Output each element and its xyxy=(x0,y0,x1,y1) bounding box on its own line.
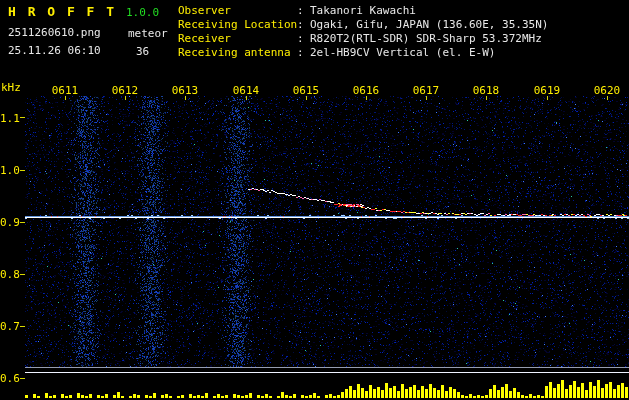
freq-tick-0-9: 0.9 xyxy=(0,216,19,229)
freq-tick-1-0: 1.0 xyxy=(0,164,19,177)
field-label: Receiver xyxy=(178,32,297,45)
header-field-receiving-antenna: Receiving antenna:2el-HB9CV Vertical (el… xyxy=(178,46,495,59)
time-tick-0615: 0615 xyxy=(293,84,320,97)
time-tick-0616: 0616 xyxy=(353,84,380,97)
time-tick-0611: 0611 xyxy=(52,84,79,97)
freq-tick-0-7: 0.7 xyxy=(0,320,19,333)
spectrogram-canvas xyxy=(0,0,629,400)
field-label: Receiving Location xyxy=(178,18,297,31)
field-colon: : xyxy=(297,4,310,17)
freq-tick-0-6: 0.6 xyxy=(0,372,19,385)
output-filename: 2511260610.png xyxy=(8,26,101,39)
header-field-observer: Observer:Takanori Kawachi xyxy=(178,4,416,17)
field-value: 2el-HB9CV Vertical (el. E-W) xyxy=(310,46,495,59)
field-label: Receiving antenna xyxy=(178,46,297,59)
field-colon: : xyxy=(297,46,310,59)
time-tick-0618: 0618 xyxy=(473,84,500,97)
header-field-receiver: Receiver:R820T2(RTL-SDR) SDR-Sharp 53.37… xyxy=(178,32,542,45)
time-tick-0617: 0617 xyxy=(413,84,440,97)
time-tick-0613: 0613 xyxy=(172,84,199,97)
field-value: R820T2(RTL-SDR) SDR-Sharp 53.372MHz xyxy=(310,32,542,45)
field-label: Observer xyxy=(178,4,297,17)
time-tick-0612: 0612 xyxy=(112,84,139,97)
app-version: 1.0.0 xyxy=(126,6,159,19)
time-tick-0614: 0614 xyxy=(233,84,260,97)
time-tick-0619: 0619 xyxy=(534,84,561,97)
field-value: Takanori Kawachi xyxy=(310,4,416,17)
header-field-receiving-location: Receiving Location:Ogaki, Gifu, JAPAN (1… xyxy=(178,18,548,31)
app-title: H R O F F T xyxy=(8,4,116,19)
freq-tick-0-8: 0.8 xyxy=(0,268,19,281)
freq-tick-1-1: 1.1 xyxy=(0,112,19,125)
time-tick-0620: 0620 xyxy=(594,84,621,97)
observation-datetime: 25.11.26 06:10 xyxy=(8,44,101,57)
y-axis-unit-label: kHz xyxy=(1,81,21,94)
mode-label: meteor xyxy=(128,27,168,40)
field-value: Ogaki, Gifu, JAPAN (136.60E, 35.35N) xyxy=(310,18,548,31)
hrofft-output-image: H R O F F T 1.0.0 2511260610.png meteor … xyxy=(0,0,629,400)
echo-count: 36 xyxy=(136,45,149,58)
field-colon: : xyxy=(297,18,310,31)
field-colon: : xyxy=(297,32,310,45)
